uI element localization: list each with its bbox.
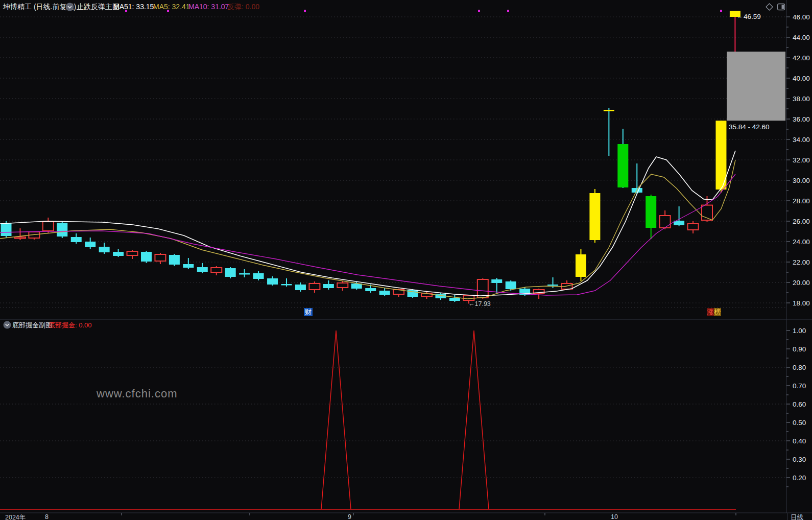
candle-body (267, 278, 278, 285)
candle-body (365, 288, 376, 291)
indicator-spike (321, 330, 351, 509)
ma-line-ma10 (0, 174, 735, 295)
month-label-8: 8 (45, 513, 49, 520)
candle-body (183, 264, 194, 268)
candle-body (337, 283, 348, 288)
price-axis-label: 46.00 (793, 13, 810, 21)
candle-body (589, 193, 600, 240)
stock-chart-window: 46.0044.0042.0040.0038.0036.0034.0032.00… (0, 0, 812, 520)
rebound-value: 反弹: 0.00 (227, 3, 259, 12)
period-daily-label[interactable]: 日线 (791, 513, 803, 520)
candle-body (225, 268, 236, 277)
last-price-label: 46.59 (744, 13, 761, 20)
month-label-9: 9 (348, 513, 351, 520)
candle-body (169, 255, 180, 265)
rank-char-up: 涨 (707, 308, 714, 316)
chart-canvas[interactable]: 46.0044.0042.0040.0038.0036.0034.0032.00… (0, 0, 812, 520)
candle-body (660, 216, 671, 228)
sub-axis-label: 0.90 (793, 345, 806, 353)
sub-indicator-value: 底部掘金: 0.00 (49, 321, 92, 330)
candle-body (477, 279, 488, 298)
gap-range-label: 35.84 - 42.60 (729, 123, 770, 131)
candle-body (85, 242, 95, 247)
candle-body (71, 237, 82, 242)
sub-axis-label: 0.80 (793, 364, 806, 371)
price-axis-label: 38.00 (793, 95, 810, 103)
ma10-value: MA10: 31.07 (188, 3, 229, 11)
candle-body (604, 110, 614, 111)
price-axis-label: 18.00 (793, 299, 810, 307)
price-axis-label: 42.00 (793, 54, 810, 62)
finance-report-marker[interactable]: 财 (304, 308, 313, 316)
candle-body (351, 283, 362, 289)
candle-body (281, 284, 292, 286)
candle-body (15, 237, 26, 239)
sub-axis-label: 0.70 (793, 382, 806, 390)
price-axis-label: 36.00 (793, 115, 810, 123)
price-axis-label: 28.00 (793, 197, 810, 205)
candle-body (141, 252, 152, 262)
ma5-value: MA5: 32.41 (153, 3, 190, 11)
sub-axis-label: 0.40 (793, 437, 806, 445)
price-axis-label: 22.00 (793, 258, 810, 266)
watermark: www.cfchi.com (97, 387, 177, 400)
price-axis-label: 24.00 (793, 238, 810, 246)
candle-body (617, 144, 628, 187)
price-axis-label: 30.00 (793, 177, 810, 184)
candle-body (379, 291, 390, 295)
candle-body (506, 281, 516, 289)
candle-body (127, 251, 138, 255)
sub-panel-header: 底部掘金副图 底部掘金: 0.00 (0, 320, 786, 329)
candle-body (197, 267, 208, 272)
sub-axis-label: 1.00 (793, 327, 806, 335)
sub-axis-label: 0.30 (793, 456, 806, 463)
candle-body (99, 247, 110, 252)
candle-body (295, 285, 306, 290)
main-panel-header: 坤博精工 (日线.前复权) 止跌反弹主图 MA51: 33.15 MA5: 32… (0, 0, 812, 14)
price-axis-label: 44.00 (793, 34, 810, 41)
candle-body (449, 298, 460, 301)
candle-body (1, 223, 12, 236)
candle-body (323, 284, 334, 288)
price-axis-label: 34.00 (793, 136, 810, 144)
candle-body (155, 254, 165, 261)
year-label: 2024年 (5, 513, 26, 520)
collapse-main-indicator-icon[interactable] (65, 3, 74, 11)
axis-divider (787, 513, 787, 520)
candle-body (43, 222, 54, 231)
last-price-arrow: ← (737, 13, 743, 19)
rank-char-board: 榜 (714, 308, 721, 316)
limit-up-rank-marker[interactable]: 涨 榜 (707, 308, 721, 316)
ma51-value: MA51: 33.15 (113, 3, 154, 11)
price-axis-label: 26.00 (793, 218, 810, 225)
sub-axis-label: 0.50 (793, 419, 806, 427)
collapse-sub-indicator-icon[interactable] (3, 321, 12, 329)
gap-range-box (727, 52, 785, 121)
price-axis-label: 32.00 (793, 156, 810, 164)
candle-body (253, 273, 264, 279)
candle-body (646, 196, 656, 228)
candle-body (688, 224, 699, 230)
price-axis-label: 20.00 (793, 279, 810, 287)
candle-body (309, 283, 320, 290)
price-axis-label: 40.00 (793, 75, 810, 82)
candle-body (211, 268, 222, 272)
candle-body (113, 252, 124, 256)
sub-axis-label: 0.20 (793, 474, 806, 482)
split-panel-icon[interactable] (777, 3, 785, 11)
candle-body (576, 254, 586, 277)
diamond-marker-icon[interactable] (765, 3, 774, 11)
candle-body (57, 223, 67, 237)
chart-toolbar (765, 3, 785, 11)
candle-body (239, 273, 250, 275)
sub-axis-label: 0.60 (793, 400, 806, 408)
low-price-annotation: ←17.93 (468, 300, 491, 308)
candle-body (491, 279, 502, 283)
indicator-spike (459, 330, 489, 509)
month-label-10: 10 (611, 513, 618, 520)
sub-indicator-name: 底部掘金副图 (12, 321, 52, 330)
time-axis: 2024年 8 9 10 日线 (0, 513, 812, 520)
candle-body (547, 285, 558, 286)
